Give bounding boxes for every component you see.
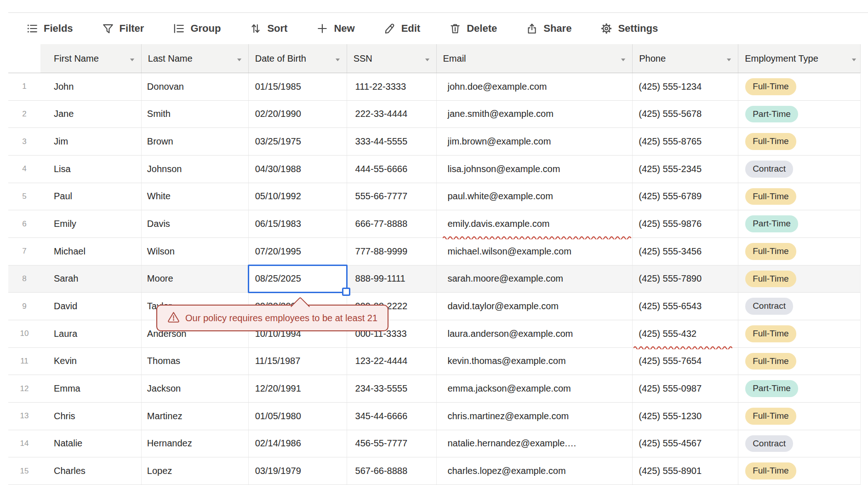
cell-phone[interactable]: (425) 555-7654 xyxy=(632,348,738,375)
cell-email[interactable]: chris.martinez@example.com xyxy=(436,403,633,430)
filter-button[interactable]: Filter xyxy=(102,23,144,35)
row-number[interactable]: 13 xyxy=(8,403,40,430)
cell-first-name[interactable]: Kevin xyxy=(40,348,141,375)
cell-ssn[interactable]: 333-44-5555 xyxy=(347,128,436,155)
cell-ssn[interactable]: 345-44-6666 xyxy=(347,403,436,430)
fill-handle[interactable] xyxy=(342,288,350,296)
cell-date-of-birth[interactable]: 05/10/1992 xyxy=(248,183,347,210)
row-number[interactable]: 15 xyxy=(8,457,40,485)
cell-last-name[interactable]: Johnson xyxy=(141,156,248,183)
cell-phone[interactable]: (425) 555-5678 xyxy=(632,101,738,128)
cell-email[interactable]: laura.anderson@example.com xyxy=(436,320,633,347)
row-number[interactable]: 11 xyxy=(8,348,40,375)
table-row[interactable]: 2 Jane Smith 02/20/1990 222-33-4444 jane… xyxy=(8,101,861,128)
cell-last-name[interactable]: Davis xyxy=(141,210,248,237)
cell-date-of-birth[interactable]: 12/20/1991 xyxy=(248,375,347,402)
chevron-down-icon[interactable] xyxy=(726,53,731,64)
cell-date-of-birth[interactable]: 08/25/2025 xyxy=(248,266,347,293)
cell-phone[interactable]: (425) 555-4567 xyxy=(632,430,738,457)
chevron-down-icon[interactable] xyxy=(425,53,430,64)
cell-phone[interactable]: (425) 555-2345 xyxy=(632,156,738,183)
cell-email[interactable]: david.taylor@example.com xyxy=(436,293,633,320)
chevron-down-icon[interactable] xyxy=(335,53,340,64)
table-row[interactable]: 5 Paul White 05/10/1992 555-66-7777 paul… xyxy=(8,183,861,211)
cell-phone[interactable]: (425) 555-7890 xyxy=(632,266,738,293)
cell-date-of-birth[interactable]: 04/30/1988 xyxy=(248,156,347,183)
fields-button[interactable]: Fields xyxy=(26,23,73,35)
cell-ssn[interactable]: 888-99-1111 xyxy=(347,266,436,293)
cell-date-of-birth[interactable]: 03/19/1979 xyxy=(248,457,347,485)
cell-first-name[interactable]: Chris xyxy=(40,403,141,430)
cell-first-name[interactable]: Emily xyxy=(40,210,141,237)
table-row[interactable]: 3 Jim Brown 03/25/1975 333-44-5555 jim.b… xyxy=(8,128,861,156)
table-row[interactable]: 15 Charles Lopez 03/19/1979 567-66-8888 … xyxy=(8,457,861,485)
column-header-first-name[interactable]: First Name xyxy=(40,44,141,73)
cell-email[interactable]: charles.lopez@example.com xyxy=(436,457,633,485)
cell-phone[interactable]: (425) 555-432 xyxy=(632,320,738,347)
table-row[interactable]: 11 Kevin Thomas 11/15/1987 123-22-4444 k… xyxy=(8,348,861,375)
cell-first-name[interactable]: Sarah xyxy=(40,266,141,293)
chevron-down-icon[interactable] xyxy=(621,53,626,64)
cell-phone[interactable]: (425) 555-8765 xyxy=(632,128,738,155)
cell-first-name[interactable]: John xyxy=(40,73,141,100)
cell-employment-type[interactable]: Full-Time xyxy=(738,128,860,155)
cell-last-name[interactable]: White xyxy=(141,183,248,210)
cell-ssn[interactable]: 555-66-7777 xyxy=(347,183,436,210)
table-row[interactable]: 4 Lisa Johnson 04/30/1988 444-55-6666 li… xyxy=(8,156,861,183)
table-row[interactable]: 9 David Taylor 09/30/2001 999-00-2222 da… xyxy=(8,293,861,320)
cell-last-name[interactable]: Brown xyxy=(141,128,248,155)
cell-last-name[interactable]: Thomas xyxy=(141,348,248,375)
cell-employment-type[interactable]: Full-Time xyxy=(738,73,860,100)
cell-employment-type[interactable]: Contract xyxy=(738,430,860,457)
table-row[interactable]: 10 Laura Anderson 10/10/1994 000-11-3333… xyxy=(8,320,861,348)
cell-employment-type[interactable]: Contract xyxy=(738,293,860,320)
cell-date-of-birth[interactable]: 03/25/1975 xyxy=(248,128,347,155)
new-button[interactable]: New xyxy=(316,23,354,35)
column-header-ssn[interactable]: SSN xyxy=(347,44,436,73)
cell-date-of-birth[interactable]: 01/05/1980 xyxy=(248,403,347,430)
table-row[interactable]: 14 Natalie Hernandez 02/14/1986 456-55-7… xyxy=(8,430,861,458)
column-header-email[interactable]: Email xyxy=(436,44,633,73)
cell-employment-type[interactable]: Full-Time xyxy=(738,457,860,485)
cell-last-name[interactable]: Jackson xyxy=(141,375,248,402)
row-number[interactable]: 1 xyxy=(8,73,40,100)
cell-employment-type[interactable]: Part-Time xyxy=(738,375,860,402)
cell-phone[interactable]: (425) 555-6789 xyxy=(632,183,738,210)
cell-phone[interactable]: (425) 555-1234 xyxy=(632,73,738,100)
delete-button[interactable]: Delete xyxy=(449,23,497,35)
table-row[interactable]: 6 Emily Davis 06/15/1983 666-77-8888 emi… xyxy=(8,210,861,238)
cell-first-name[interactable]: Michael xyxy=(40,238,141,265)
cell-date-of-birth[interactable]: 02/14/1986 xyxy=(248,430,347,457)
column-header-employment-type[interactable]: Employment Type xyxy=(738,44,860,73)
row-number[interactable]: 14 xyxy=(8,430,40,457)
cell-last-name[interactable]: Hernandez xyxy=(141,430,248,457)
cell-ssn[interactable]: 234-33-5555 xyxy=(347,375,436,402)
cell-employment-type[interactable]: Full-Time xyxy=(738,183,860,210)
table-row[interactable]: 1 John Donovan 01/15/1985 111-22-3333 jo… xyxy=(8,73,861,101)
cell-last-name[interactable]: Donovan xyxy=(141,73,248,100)
cell-first-name[interactable]: Natalie xyxy=(40,430,141,457)
cell-last-name[interactable]: Martinez xyxy=(141,403,248,430)
cell-first-name[interactable]: Laura xyxy=(40,320,141,347)
cell-ssn[interactable]: 456-55-7777 xyxy=(347,430,436,457)
cell-employment-type[interactable]: Contract xyxy=(738,156,860,183)
row-number[interactable]: 3 xyxy=(8,128,40,155)
cell-first-name[interactable]: Jane xyxy=(40,101,141,128)
cell-date-of-birth[interactable]: 02/20/1990 xyxy=(248,101,347,128)
cell-last-name[interactable]: Smith xyxy=(141,101,248,128)
cell-ssn[interactable]: 222-33-4444 xyxy=(347,101,436,128)
cell-last-name[interactable]: Moore xyxy=(141,266,248,293)
row-number[interactable]: 4 xyxy=(8,156,40,183)
cell-phone[interactable]: (425) 555-6543 xyxy=(632,293,738,320)
cell-first-name[interactable]: David xyxy=(40,293,141,320)
cell-phone[interactable]: (425) 555-1230 xyxy=(632,403,738,430)
column-header-date-of-birth[interactable]: Date of Birth xyxy=(248,44,347,73)
cell-last-name[interactable]: Lopez xyxy=(141,457,248,485)
cell-first-name[interactable]: Lisa xyxy=(40,156,141,183)
cell-email[interactable]: paul.white@example.com xyxy=(436,183,633,210)
cell-email[interactable]: emma.jackson@example.com xyxy=(436,375,633,402)
table-row[interactable]: 12 Emma Jackson 12/20/1991 234-33-5555 e… xyxy=(8,375,861,403)
cell-first-name[interactable]: Emma xyxy=(40,375,141,402)
share-button[interactable]: Share xyxy=(526,23,571,35)
cell-phone[interactable]: (425) 555-9876 xyxy=(632,210,738,237)
